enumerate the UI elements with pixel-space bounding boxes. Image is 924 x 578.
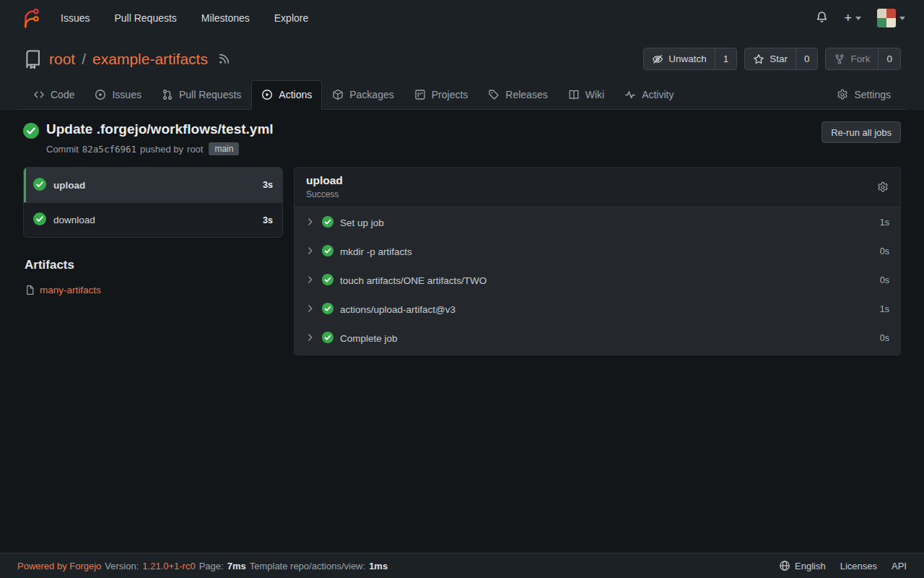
step-success-icon — [322, 216, 334, 230]
avatar — [877, 9, 896, 27]
nav-links: Issues Pull Requests Milestones Explore — [61, 12, 308, 24]
step-success-icon — [322, 303, 334, 316]
step-success-icon — [322, 274, 334, 288]
pusher-link[interactable]: root — [187, 144, 203, 155]
plus-icon: + — [844, 12, 852, 25]
tab-label: Code — [51, 89, 74, 100]
nav-pull-requests[interactable]: Pull Requests — [114, 12, 176, 24]
globe-icon — [779, 560, 790, 571]
job-name: upload — [53, 180, 85, 191]
nav-explore[interactable]: Explore — [274, 12, 308, 24]
repo-action-buttons: Unwatch 1 Star 0 — [643, 48, 901, 70]
book-icon — [568, 89, 580, 100]
project-board-icon — [414, 89, 426, 100]
tab-projects[interactable]: Projects — [404, 80, 479, 110]
repo-name-link[interactable]: example-artifacts — [92, 51, 208, 68]
artifact-link-many-artifacts[interactable]: many-artifacts — [25, 285, 101, 296]
template-time-label: Template repo/actions/view: — [250, 561, 365, 571]
page-time-value: 7ms — [227, 561, 246, 571]
notifications-button[interactable] — [816, 11, 828, 25]
repo-icon — [23, 49, 43, 69]
tab-settings[interactable]: Settings — [827, 80, 901, 110]
tab-pull-requests[interactable]: Pull Requests — [152, 80, 251, 110]
api-link[interactable]: API — [892, 561, 907, 571]
step-row-set-up-job[interactable]: Set up job 1s — [295, 208, 900, 237]
step-row-mkdir[interactable]: mkdir -p artifacts 0s — [295, 237, 900, 266]
code-icon — [33, 89, 45, 100]
step-duration: 0s — [880, 246, 889, 256]
rss-icon[interactable] — [218, 53, 230, 65]
rerun-all-jobs-label: Re-run all jobs — [831, 127, 892, 138]
star-button[interactable]: Star — [745, 48, 796, 69]
repo-tab-bar: Code Issues Pull Requests Actions Packag… — [17, 80, 907, 110]
page-time-label: Page: — [199, 561, 224, 571]
job-options-gear-icon[interactable] — [877, 181, 889, 193]
rerun-all-jobs-button[interactable]: Re-run all jobs — [821, 121, 901, 143]
repo-owner-link[interactable]: root — [49, 51, 75, 68]
watch-button-group: Unwatch 1 — [643, 48, 737, 70]
licenses-link[interactable]: Licenses — [840, 561, 877, 571]
version-link[interactable]: 1.21.0+1-rc0 — [142, 561, 195, 571]
step-label: Set up job — [340, 217, 384, 228]
commit-sha-link[interactable]: 82a5cf6961 — [82, 144, 136, 155]
step-row-complete-job[interactable]: Complete job 0s — [295, 324, 900, 353]
issue-icon — [95, 89, 106, 100]
job-row-upload[interactable]: upload 3s — [24, 168, 282, 202]
commit-label: Commit — [46, 144, 79, 155]
chevron-right-icon[interactable] — [305, 275, 315, 287]
job-detail-status: Success — [306, 189, 343, 199]
jobs-sidebar: upload 3s download 3s Artifacts many-art… — [23, 167, 283, 298]
file-icon — [25, 285, 35, 296]
step-duration: 0s — [880, 333, 889, 343]
tab-label: Projects — [432, 89, 468, 100]
tab-wiki[interactable]: Wiki — [558, 80, 614, 110]
pushed-by-label: pushed by — [140, 144, 183, 155]
nav-issues[interactable]: Issues — [61, 12, 90, 24]
branch-badge[interactable]: main — [209, 142, 239, 155]
chevron-down-icon — [855, 17, 861, 23]
step-success-icon — [322, 332, 334, 345]
tab-actions[interactable]: Actions — [251, 80, 322, 110]
artifact-name: many-artifacts — [40, 285, 101, 296]
step-duration: 1s — [880, 304, 889, 314]
job-row-download[interactable]: download 3s — [24, 202, 282, 237]
template-time-value: 1ms — [369, 561, 388, 571]
tab-code[interactable]: Code — [23, 80, 84, 110]
run-title: Update .forgejo/workflows/test.yml — [46, 121, 274, 137]
step-row-upload-artifact[interactable]: actions/upload-artifact@v3 1s — [295, 295, 900, 324]
step-label: mkdir -p artifacts — [340, 246, 412, 257]
language-label: English — [795, 561, 826, 571]
forgejo-logo[interactable] — [19, 7, 40, 29]
fork-label: Fork — [850, 53, 870, 64]
powered-by-forgejo-link[interactable]: Powered by Forgejo — [17, 561, 101, 571]
language-menu[interactable]: English — [779, 560, 826, 571]
fork-button[interactable]: Fork — [826, 48, 878, 69]
tab-issues[interactable]: Issues — [84, 80, 151, 110]
bell-icon — [816, 11, 828, 25]
repo-separator: / — [82, 51, 86, 68]
actions-run-view: Update .forgejo/workflows/test.yml Commi… — [0, 110, 924, 553]
chevron-right-icon[interactable] — [305, 303, 315, 316]
tab-releases[interactable]: Releases — [478, 80, 557, 110]
step-row-touch-artifacts[interactable]: touch artifacts/ONE artifacts/TWO 0s — [295, 266, 900, 295]
tab-activity[interactable]: Activity — [614, 80, 684, 110]
stars-count[interactable]: 0 — [796, 48, 818, 69]
chevron-right-icon[interactable] — [305, 217, 315, 229]
job-duration: 3s — [263, 180, 273, 190]
watchers-count[interactable]: 1 — [715, 48, 737, 69]
tab-packages[interactable]: Packages — [322, 80, 404, 110]
repo-header: root / example-artifacts U — [0, 36, 924, 110]
step-label: actions/upload-artifact@v3 — [340, 304, 456, 315]
user-menu[interactable] — [877, 9, 905, 27]
tab-label: Wiki — [585, 89, 604, 100]
chevron-right-icon[interactable] — [305, 246, 315, 258]
unwatch-button[interactable]: Unwatch — [644, 48, 715, 69]
nav-milestones[interactable]: Milestones — [201, 12, 250, 24]
forks-count[interactable]: 0 — [878, 48, 900, 69]
chevron-right-icon[interactable] — [305, 332, 315, 345]
job-duration: 3s — [263, 215, 273, 225]
step-duration: 1s — [880, 217, 889, 228]
tag-icon — [488, 89, 500, 100]
create-new-menu[interactable]: + — [844, 12, 861, 25]
job-name: download — [53, 215, 95, 225]
